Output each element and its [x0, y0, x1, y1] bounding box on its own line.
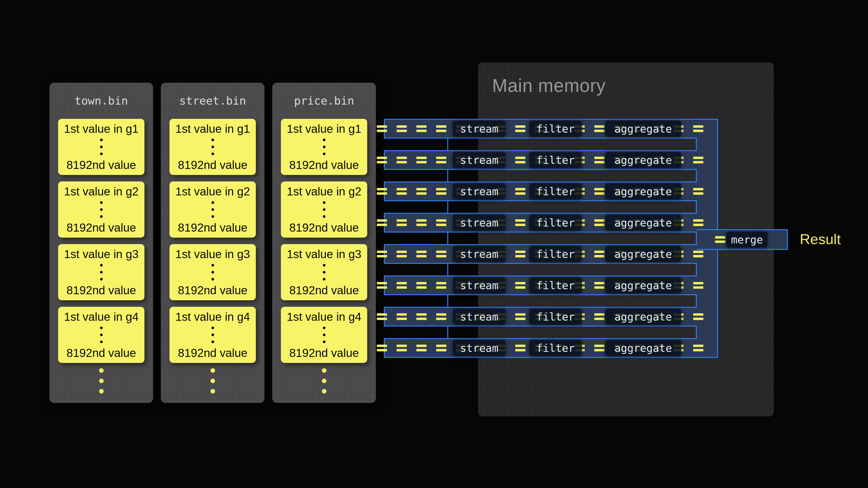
stage-box-stream: stream [453, 121, 506, 137]
flow-dash-icon [436, 188, 446, 195]
dot [212, 264, 214, 266]
last-value-label: 8192nd value [66, 346, 136, 360]
flow-dash-icon [515, 157, 525, 163]
file-column-header: street.bin [161, 83, 265, 119]
dot [212, 327, 214, 329]
vertical-ellipsis-icon [100, 264, 103, 281]
flow-dash-icon [515, 282, 525, 289]
dot [100, 264, 103, 266]
first-value-label: 1st value in g1 [287, 122, 362, 135]
first-value-label: 1st value in g4 [175, 310, 250, 323]
flow-dash-icon [436, 251, 446, 257]
vertical-ellipsis-icon [212, 327, 214, 343]
value-group-block: 1st value in g48192nd value [58, 307, 145, 363]
stage-box-filter: filter [529, 121, 582, 137]
value-group-block: 1st value in g18192nd value [58, 119, 145, 175]
row-connector-frame [447, 200, 697, 214]
stage-box-aggregate: aggregate [605, 184, 681, 199]
dot [323, 138, 326, 141]
dot [99, 379, 104, 383]
flow-dash-icon [377, 282, 387, 289]
file-column-1: street.bin1st value in g18192nd value1st… [161, 83, 265, 403]
flow-dash-icon [377, 125, 387, 132]
last-value-label: 8192nd value [178, 158, 247, 171]
file-column-header: town.bin [50, 83, 153, 119]
stage-box-stream: stream [453, 184, 506, 199]
last-value-label: 8192nd value [289, 346, 359, 360]
stage-box-aggregate: aggregate [605, 152, 681, 168]
flow-dash-icon [397, 157, 407, 163]
main-memory-title: Main memory [492, 75, 606, 96]
last-value-label: 8192nd value [66, 284, 136, 297]
stage-label: aggregate [614, 248, 672, 260]
stage-box-aggregate: aggregate [605, 340, 681, 356]
flow-dash-icon [397, 313, 407, 320]
dot [100, 333, 103, 336]
stage-label: stream [460, 185, 498, 198]
flow-dash-icon [693, 345, 703, 351]
first-value-label: 1st value in g1 [175, 122, 250, 135]
first-value-label: 1st value in g4 [64, 310, 138, 323]
value-group-block: 1st value in g48192nd value [281, 307, 367, 363]
flow-dash-icon [594, 157, 604, 163]
flow-dash-icon [397, 219, 407, 226]
dot [322, 379, 327, 383]
result-label: Result [800, 231, 841, 248]
dot [100, 153, 103, 155]
flow-dash-icon [693, 125, 703, 132]
vertical-ellipsis-icon [100, 138, 103, 155]
stage-label: stream [460, 248, 498, 260]
value-group-block: 1st value in g18192nd value [281, 119, 367, 175]
pipeline-row-7: streamfilteraggregate [384, 338, 697, 358]
vertical-ellipsis-icon [323, 138, 326, 155]
dot [212, 215, 214, 218]
flow-dash-icon [693, 251, 703, 257]
stage-box-stream: stream [453, 152, 506, 168]
stage-label: aggregate [614, 342, 672, 354]
stage-box-aggregate: aggregate [605, 246, 681, 262]
flow-dash-icon [594, 282, 604, 289]
stage-label: filter [536, 248, 575, 260]
last-value-label: 8192nd value [66, 221, 136, 234]
stage-label: filter [536, 279, 575, 292]
flow-dash-icon [416, 313, 427, 320]
merge-label: merge [731, 233, 763, 246]
flow-dash-icon [594, 188, 604, 195]
first-value-label: 1st value in g1 [64, 122, 138, 135]
pipeline-row-0: streamfilteraggregate [384, 119, 697, 138]
dot [323, 153, 326, 155]
stage-label: stream [460, 342, 498, 354]
stage-label: filter [536, 342, 575, 354]
stage-box-stream: stream [453, 246, 506, 262]
dot [100, 215, 103, 218]
vertical-ellipsis-icon [212, 264, 214, 281]
stage-box-filter: filter [529, 278, 582, 293]
dot [212, 153, 214, 155]
diagram-stage: Main memory town.bin1st value in g18192n… [0, 0, 868, 488]
pipeline-row-2: streamfilteraggregate [384, 182, 697, 201]
flow-dash-icon [377, 157, 387, 163]
value-group-block: 1st value in g38192nd value [58, 244, 145, 300]
stage-box-stream: stream [453, 309, 506, 325]
stage-label: aggregate [614, 311, 672, 323]
dot [323, 278, 326, 281]
dot [212, 145, 214, 148]
dot [212, 138, 214, 141]
dot [323, 215, 326, 218]
flow-dash-icon [515, 125, 525, 132]
pipeline-row-4: streamfilteraggregate [384, 244, 697, 264]
value-group-block: 1st value in g38192nd value [169, 244, 256, 300]
flow-dash-icon [416, 282, 427, 289]
last-value-label: 8192nd value [178, 346, 247, 360]
stage-box-filter: filter [529, 184, 582, 199]
flow-dash-icon [416, 219, 427, 226]
flow-dash-icon [416, 125, 427, 132]
flow-dash-icon [693, 282, 703, 289]
dot [212, 271, 214, 273]
stage-box-filter: filter [529, 246, 582, 262]
stage-label: filter [536, 123, 575, 135]
stage-box-stream: stream [453, 340, 506, 356]
stage-label: aggregate [614, 217, 672, 229]
first-value-label: 1st value in g3 [175, 248, 250, 261]
flow-dash-icon [397, 188, 407, 195]
